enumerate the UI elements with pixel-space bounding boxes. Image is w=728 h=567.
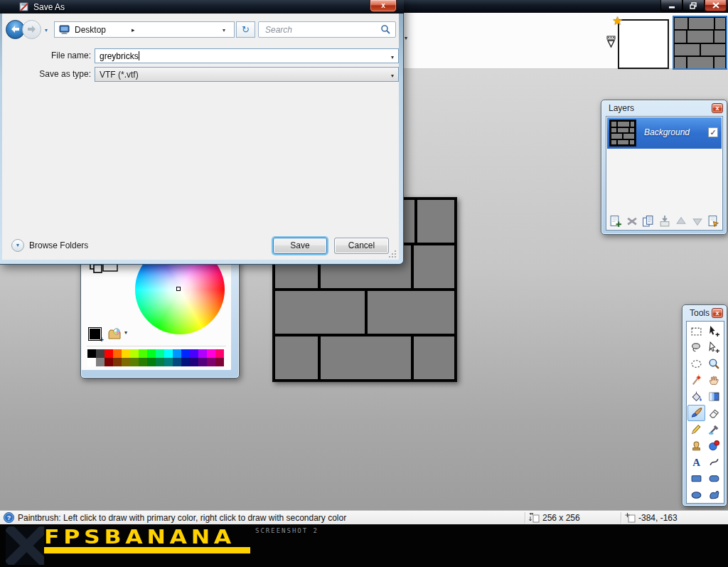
color-swatch[interactable] — [87, 349, 96, 358]
layer-row-background[interactable]: Background ✓ — [607, 117, 722, 149]
image-thumbnail-greybricks-selected[interactable] — [673, 16, 727, 70]
color-swatch[interactable] — [215, 349, 224, 358]
cancel-button[interactable]: Cancel — [334, 238, 389, 254]
color-swatch[interactable] — [198, 349, 207, 358]
address-dropdown-caret-icon[interactable]: ▾ — [223, 27, 225, 33]
delete-layer-button[interactable] — [626, 215, 638, 227]
color-wheel-marker[interactable] — [176, 287, 181, 291]
move-layer-up-button[interactable] — [675, 215, 687, 227]
recent-pages-caret-icon[interactable]: ▾ — [45, 27, 48, 33]
merge-layer-down-button[interactable] — [658, 215, 670, 227]
close-button[interactable] — [705, 0, 727, 11]
pencil-tool[interactable] — [687, 421, 705, 438]
eraser-tool[interactable] — [705, 405, 723, 421]
color-swatch[interactable] — [147, 358, 156, 366]
brick — [417, 200, 454, 243]
image-list-icon[interactable] — [605, 36, 617, 48]
move-layer-down-button[interactable] — [691, 215, 703, 227]
add-layer-button[interactable] — [609, 215, 621, 227]
brick — [630, 140, 634, 145]
move-selection-tool[interactable] — [705, 339, 723, 356]
paint-bucket-tool[interactable] — [687, 388, 705, 405]
color-swatch[interactable] — [87, 358, 96, 366]
color-swatch[interactable] — [130, 358, 139, 366]
color-picker-icon — [708, 423, 720, 435]
resize-grip[interactable] — [388, 250, 396, 258]
color-swatch[interactable] — [147, 349, 156, 358]
color-swatch[interactable] — [198, 358, 207, 366]
color-swatch[interactable] — [156, 349, 164, 358]
color-swatch[interactable] — [190, 358, 198, 366]
rectangle-select-tool[interactable] — [687, 323, 705, 339]
color-swatch[interactable] — [173, 358, 181, 366]
color-swatch[interactable] — [190, 349, 198, 358]
breadcrumb-arrow-icon[interactable]: ▸ — [132, 26, 135, 33]
color-swatch[interactable] — [164, 358, 173, 366]
toolbar-overflow-chevron-icon[interactable]: ▾ — [405, 35, 407, 41]
color-swatch[interactable] — [113, 358, 122, 366]
color-swatch[interactable] — [164, 349, 173, 358]
layer-visible-checkbox[interactable]: ✓ — [708, 127, 718, 137]
dialog-close-button[interactable]: x — [370, 0, 397, 12]
browse-folders-label[interactable]: Browse Folders — [29, 240, 88, 250]
recolor-tool[interactable] — [705, 438, 723, 454]
search-box[interactable]: Search — [258, 21, 396, 38]
file-name-input[interactable]: greybricks ▾ — [95, 48, 399, 63]
color-swatch[interactable] — [105, 349, 113, 358]
color-swatch[interactable] — [215, 358, 224, 366]
clone-stamp-tool[interactable] — [687, 438, 705, 454]
rounded-rectangle-tool[interactable] — [705, 470, 723, 487]
color-swatch[interactable] — [156, 358, 164, 366]
color-swatch[interactable] — [113, 349, 122, 358]
pan-tool[interactable] — [705, 372, 723, 388]
color-swatch[interactable] — [139, 358, 147, 366]
refresh-button[interactable]: ↻ — [236, 21, 255, 38]
color-swatch[interactable] — [105, 358, 113, 366]
image-thumbnail-untitled[interactable] — [618, 19, 669, 69]
color-swatch[interactable] — [181, 349, 190, 358]
color-swatch[interactable] — [122, 349, 130, 358]
palette-menu-caret-icon[interactable]: ▾ — [124, 329, 127, 336]
duplicate-layer-button[interactable] — [642, 215, 654, 227]
color-swatch[interactable] — [130, 349, 139, 358]
file-name-dropdown-icon[interactable]: ▾ — [391, 54, 394, 60]
freeform-shape-tool[interactable] — [705, 487, 723, 503]
color-swatch[interactable] — [139, 349, 147, 358]
dialog-titlebar[interactable]: Save As x — [0, 0, 404, 14]
move-selected-pixels-tool[interactable] — [705, 323, 723, 339]
save-button[interactable]: Save — [273, 238, 327, 254]
ellipse-tool[interactable] — [687, 487, 705, 503]
gradient-tool[interactable] — [705, 388, 723, 405]
breadcrumb-location[interactable]: Desktop — [75, 25, 106, 35]
breadcrumb[interactable]: Desktop ▸ — [54, 21, 235, 38]
color-swatch[interactable] — [181, 358, 190, 366]
color-swatch[interactable] — [207, 349, 215, 358]
line-curve-tool[interactable] — [705, 454, 723, 470]
layers-close-button[interactable]: x — [712, 103, 723, 113]
layer-properties-button[interactable] — [707, 215, 719, 227]
color-swatch[interactable] — [96, 358, 105, 366]
tools-close-button[interactable]: x — [712, 308, 723, 318]
forward-button-disabled[interactable] — [22, 20, 41, 39]
browse-folders-expander[interactable]: ▾ — [11, 239, 24, 252]
color-swatch[interactable] — [122, 358, 130, 366]
lasso-select-tool[interactable] — [687, 339, 705, 356]
save-as-type-select[interactable]: VTF (*.vtf) ▾ — [95, 67, 399, 82]
save-as-type-dropdown-icon[interactable]: ▾ — [391, 73, 394, 79]
color-swatch[interactable] — [96, 349, 105, 358]
paintbrush-tool[interactable] — [687, 405, 705, 421]
minimize-button[interactable] — [660, 0, 682, 11]
zoom-tool[interactable] — [705, 356, 723, 372]
palette-menu-icon[interactable] — [108, 328, 122, 340]
text-tool[interactable]: A — [687, 454, 705, 470]
restore-button[interactable] — [682, 0, 705, 11]
color-swatch[interactable] — [207, 358, 215, 366]
magic-wand-tool[interactable] — [687, 372, 705, 388]
color-picker-tool[interactable] — [705, 421, 723, 438]
ellipse-select-tool[interactable] — [687, 356, 705, 372]
color-swatch[interactable] — [173, 349, 181, 358]
rectangle-tool[interactable] — [687, 470, 705, 487]
brick — [368, 291, 454, 334]
tools-grid: A — [687, 323, 723, 503]
magic-wand-icon — [690, 374, 702, 386]
